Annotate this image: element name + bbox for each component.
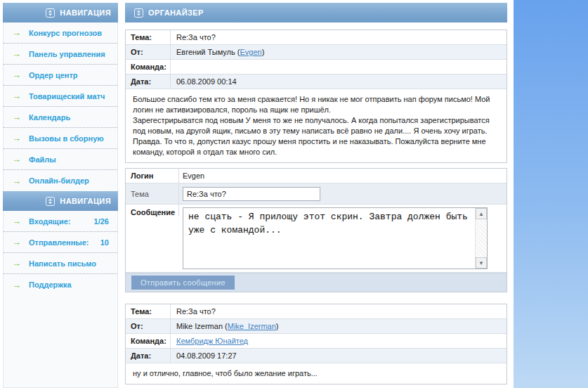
message-body: Большое спасибо тем кто за меня сражаетс… <box>126 89 507 162</box>
sent-count-badge: 10 <box>100 238 109 247</box>
arrow-icon: → <box>12 112 23 122</box>
navigation-panel-icon <box>46 197 55 206</box>
date-label: Дата: <box>126 349 171 363</box>
sidebar-item-label: Входящие: <box>29 217 70 226</box>
team-value <box>171 60 507 74</box>
sidebar-item-label: Вызовы в сборную <box>29 134 104 143</box>
table-row-date: Дата: 06.08.2009 00:14 <box>126 75 507 89</box>
subject-label: Тема: <box>126 30 171 44</box>
arrow-icon: → <box>12 280 23 290</box>
sidebar-item-label: Ордер центр <box>29 71 78 79</box>
sidebar-item-label: Онлайн-билдер <box>29 176 89 185</box>
login-label: Логин <box>126 169 179 183</box>
sidebar-item-konkurs-prognozov[interactable]: → Конкурс прогнозов <box>4 22 117 44</box>
sidebar-item-otpravlennye[interactable]: → Отправленные: 10 <box>4 232 117 253</box>
arrow-icon: → <box>12 28 23 37</box>
table-row-from: От: Евгений Тымуль (Evgen) <box>126 45 507 60</box>
textarea-scrollbar[interactable]: ▲ ▼ <box>475 208 487 269</box>
from-value: Mike Izerman (Mike_Izerman) <box>171 319 507 333</box>
sidebar-item-label: Написать письмо <box>29 259 96 268</box>
sidebar-item-vyzovy-v-sbornuyu[interactable]: → Вызовы в сборную <box>4 128 117 149</box>
from-user-link[interactable]: Evgen <box>240 48 261 56</box>
message-body: ну и отлично, главное, чтоб было желание… <box>126 363 507 384</box>
navigation-panel-icon <box>46 8 55 18</box>
arrow-icon: → <box>12 134 23 143</box>
subject-value: Re:За что? <box>171 304 507 318</box>
subject-field-label: Тема <box>126 183 179 204</box>
sidebar-item-tovarishcheskiy-match[interactable]: → Товарищеский матч <box>4 86 117 107</box>
sidebar-body: → Конкурс прогнозов → Панель управления … <box>3 22 118 388</box>
arrow-icon: → <box>12 91 23 101</box>
date-label: Дата: <box>126 75 171 89</box>
sidebar-item-label: Товарищеский матч <box>29 92 105 101</box>
subject-label: Тема: <box>126 304 171 318</box>
table-row-from: От: Mike Izerman (Mike_Izerman) <box>126 319 507 334</box>
date-value: 04.08.2009 17:27 <box>171 349 507 363</box>
sidebar-header-2: НАВИГАЦИЯ <box>3 191 118 211</box>
sidebar-header-title: НАВИГАЦИЯ <box>60 197 111 205</box>
login-value: Evgen <box>179 169 507 183</box>
form-row-subject: Тема <box>126 183 507 205</box>
send-message-button[interactable]: Отправить сообщение <box>131 276 235 290</box>
date-value: 06.08.2009 00:14 <box>171 75 507 89</box>
table-row-team: Команда: <box>126 60 507 75</box>
organizer-header: ОРГАНАЙЗЕР <box>125 3 507 22</box>
sidebar-item-label: Отправленные: <box>29 238 89 247</box>
from-name-close: ) <box>262 48 265 56</box>
subject-input[interactable] <box>183 187 320 201</box>
form-footer: Отправить сообщение <box>126 273 507 292</box>
form-row-message: Сообщение не сцать - Я прилощу этот скри… <box>126 205 507 273</box>
sidebar-item-vhodyashchie[interactable]: → Входящие: 1/26 <box>4 211 117 232</box>
team-label: Команда: <box>126 60 171 74</box>
message-textarea[interactable]: не сцать - Я прилощу этот скрин. Завтра … <box>183 207 488 269</box>
scroll-down-icon[interactable]: ▼ <box>476 257 487 269</box>
sidebar-item-onlain-bilder[interactable]: → Онлайн-билдер <box>4 170 117 191</box>
sidebar-item-faily[interactable]: → Файлы <box>4 149 117 170</box>
from-name-close: ) <box>276 322 279 330</box>
message-textarea-text[interactable]: не сцать - Я прилощу этот скрин. Завтра … <box>183 208 475 269</box>
from-name: Mike Izerman ( <box>176 322 228 330</box>
subject-value: Re:За что? <box>171 30 507 44</box>
sidebar-item-napisat-pismo[interactable]: → Написать письмо <box>4 253 117 274</box>
arrow-icon: → <box>12 216 23 226</box>
message-block-1: Тема: Re:За что? От: Евгений Тымуль (Evg… <box>125 30 507 163</box>
arrow-icon: → <box>12 49 23 58</box>
scroll-up-icon[interactable]: ▲ <box>476 208 487 219</box>
message-field-label: Сообщение <box>126 205 179 216</box>
sidebar-item-order-centr[interactable]: → Ордер центр <box>4 65 117 86</box>
table-row-date: Дата: 04.08.2009 17:27 <box>126 349 507 363</box>
arrow-icon: → <box>12 176 23 186</box>
sidebar-item-kalendar[interactable]: → Календарь <box>4 107 117 128</box>
sidebar-item-panel-upravleniya[interactable]: → Панель управления <box>4 44 117 65</box>
arrow-icon: → <box>12 238 23 247</box>
sidebar-header: НАВИГАЦИЯ <box>3 3 118 22</box>
sidebar-item-label: Конкурс прогнозов <box>29 29 102 37</box>
sidebar-item-label: Панель управления <box>29 50 105 58</box>
sidebar-item-podderzhka[interactable]: → Поддержка <box>4 274 117 295</box>
arrow-icon: → <box>12 70 23 79</box>
sidebar-item-label: Файлы <box>29 155 56 164</box>
sidebar-header-title: НАВИГАЦИЯ <box>60 8 111 17</box>
arrow-icon: → <box>12 259 23 268</box>
arrow-icon: → <box>12 155 23 164</box>
sidebar-item-label: Поддержка <box>29 280 72 289</box>
message-block-2: Тема: Re:За что? От: Mike Izerman (Mike_… <box>125 304 507 384</box>
page: НАВИГАЦИЯ → Конкурс прогнозов → Панель у… <box>0 0 588 388</box>
team-link[interactable]: Кембридж Юнайтед <box>176 337 248 345</box>
from-user-link[interactable]: Mike_Izerman <box>228 322 276 330</box>
sidebar-item-label: Календарь <box>29 113 70 122</box>
team-label: Команда: <box>126 334 171 348</box>
sidebar: НАВИГАЦИЯ → Конкурс прогнозов → Панель у… <box>3 3 118 388</box>
main-content: ОРГАНАЙЗЕР Тема: Re:За что? От: Евгений … <box>125 3 507 388</box>
organizer-panel-icon <box>134 8 143 18</box>
reply-form: Логин Evgen Тема Сообщение не сцать - Я … <box>125 168 507 292</box>
from-label: От: <box>126 319 171 333</box>
from-label: От: <box>126 45 171 59</box>
page-backdrop <box>514 0 588 388</box>
table-row-subject: Тема: Re:За что? <box>126 304 507 319</box>
form-row-login: Логин Evgen <box>126 169 507 183</box>
team-value: Кембридж Юнайтед <box>171 334 507 348</box>
table-row-team: Команда: Кембридж Юнайтед <box>126 334 507 349</box>
inbox-count-badge: 1/26 <box>94 217 109 226</box>
from-value: Евгений Тымуль (Evgen) <box>171 45 507 59</box>
